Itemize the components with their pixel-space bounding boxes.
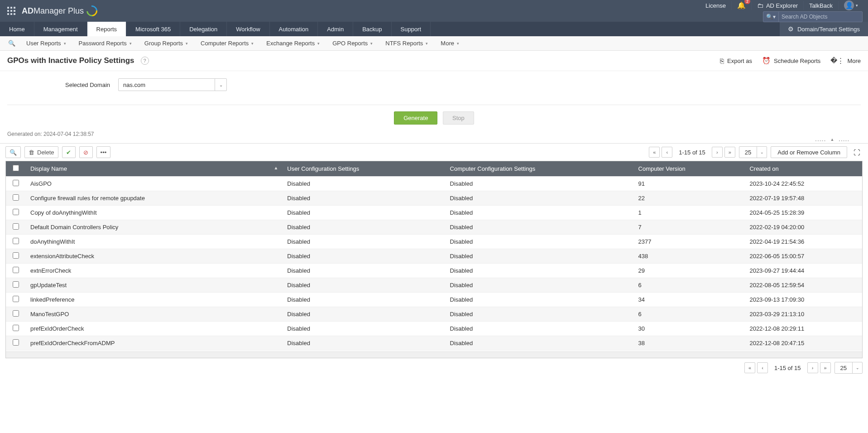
page-prev-button[interactable]: ‹ bbox=[757, 362, 768, 373]
row-checkbox[interactable] bbox=[13, 223, 19, 230]
schedule-reports-button[interactable]: ⏰Schedule Reports bbox=[762, 57, 820, 65]
notifications-button[interactable]: 🔔2 bbox=[731, 1, 751, 10]
row-checkbox[interactable] bbox=[13, 194, 19, 201]
col-user-config[interactable]: User Configuration Settings bbox=[283, 161, 445, 177]
col-display-name[interactable]: Display Name▲ bbox=[26, 161, 283, 177]
page-prev-button[interactable]: ‹ bbox=[662, 147, 672, 158]
subnav-computer-reports[interactable]: Computer Reports▾ bbox=[194, 40, 260, 47]
subnav-search-icon[interactable]: 🔍 bbox=[4, 40, 20, 47]
export-as-button[interactable]: ⎘Export as bbox=[720, 57, 752, 65]
row-checkbox[interactable] bbox=[13, 281, 19, 288]
cell-display-name: linkedPreference bbox=[26, 293, 283, 307]
delete-button[interactable]: 🗑Delete bbox=[24, 146, 58, 158]
subnav-more[interactable]: More▾ bbox=[434, 40, 465, 47]
search-scope-toggle[interactable]: 🔍▾ bbox=[763, 12, 779, 22]
row-checkbox[interactable] bbox=[13, 252, 19, 259]
table-search-button[interactable]: 🔍 bbox=[5, 146, 21, 158]
filter-row: Selected Domain nas.com ⌄ bbox=[0, 71, 868, 95]
table-row[interactable]: prefExIdOrderCheckFromADMPDisabledDisabl… bbox=[6, 336, 862, 351]
row-checkbox[interactable] bbox=[13, 339, 19, 346]
nav-tab-reports[interactable]: Reports bbox=[87, 22, 127, 36]
check-all[interactable] bbox=[13, 165, 19, 171]
nav-tab-support[interactable]: Support bbox=[392, 22, 431, 36]
row-checkbox[interactable] bbox=[13, 310, 19, 317]
subnav-group-reports[interactable]: Group Reports▾ bbox=[138, 40, 194, 47]
page-first-button[interactable]: « bbox=[744, 362, 755, 373]
nav-tab-admin[interactable]: Admin bbox=[318, 22, 353, 36]
user-menu[interactable]: 👤▾ bbox=[838, 1, 863, 10]
table-row[interactable]: Default Domain Controllers PolicyDisable… bbox=[6, 220, 862, 235]
table-row[interactable]: prefExIdOrderCheckDisabledDisabled302022… bbox=[6, 322, 862, 336]
talkback-link[interactable]: TalkBack bbox=[803, 1, 838, 10]
row-checkbox[interactable] bbox=[13, 180, 19, 186]
add-remove-column-button[interactable]: Add or Remove Column bbox=[771, 146, 847, 158]
page-first-button[interactable]: « bbox=[649, 147, 660, 158]
row-checkbox[interactable] bbox=[13, 209, 19, 215]
table-row[interactable]: Copy of doAnythingWithItDisabledDisabled… bbox=[6, 206, 862, 220]
page-size-select[interactable]: 25 ⌄ bbox=[834, 362, 863, 374]
nav-tab-microsoft-365[interactable]: Microsoft 365 bbox=[126, 22, 180, 36]
horizontal-scrollbar[interactable] bbox=[6, 351, 862, 358]
subnav-gpo-reports[interactable]: GPO Reports▾ bbox=[326, 40, 379, 47]
subnav-password-reports[interactable]: Password Reports▾ bbox=[72, 40, 138, 47]
generate-button[interactable]: Generate bbox=[394, 111, 437, 125]
nav-tab-management[interactable]: Management bbox=[34, 22, 87, 36]
cell-comp-version: 2377 bbox=[634, 235, 745, 249]
row-checkbox[interactable] bbox=[13, 296, 19, 302]
col-label: User Configuration Settings bbox=[287, 165, 359, 172]
col-comp-config[interactable]: Computer Configuration Settings bbox=[446, 161, 634, 177]
table-row[interactable]: extnErrorCheckDisabledDisabled292023-09-… bbox=[6, 264, 862, 278]
row-checkbox[interactable] bbox=[13, 325, 19, 331]
topbar-right: License 🔔2 🗀AD Explorer TalkBack 👤▾ bbox=[700, 1, 863, 10]
disable-button[interactable]: ⊘ bbox=[79, 146, 93, 158]
subnav-user-reports[interactable]: User Reports▾ bbox=[20, 40, 72, 47]
page-size-select[interactable]: 25 ⌄ bbox=[739, 146, 767, 158]
row-checkbox[interactable] bbox=[13, 267, 19, 273]
table-row[interactable]: linkedPreferenceDisabledDisabled342023-0… bbox=[6, 293, 862, 307]
stop-button: Stop bbox=[443, 111, 474, 125]
more-options-button[interactable]: ••• bbox=[96, 146, 111, 158]
help-icon[interactable]: ? bbox=[141, 57, 149, 65]
table-row[interactable]: gpUpdateTestDisabledDisabled62022-08-05 … bbox=[6, 278, 862, 293]
nav-tab-delegation[interactable]: Delegation bbox=[180, 22, 227, 36]
cell-display-name: doAnythingWithIt bbox=[26, 235, 283, 249]
table-scroll[interactable]: Display Name▲ User Configuration Setting… bbox=[6, 161, 862, 351]
page-next-button[interactable]: › bbox=[807, 362, 818, 373]
subnav-exchange-reports[interactable]: Exchange Reports▾ bbox=[260, 40, 326, 47]
license-link[interactable]: License bbox=[700, 1, 731, 10]
selected-domain-select[interactable]: nas.com ⌄ bbox=[118, 78, 227, 91]
page-last-button[interactable]: » bbox=[724, 147, 735, 158]
subnav-ntfs-reports[interactable]: NTFS Reports▾ bbox=[379, 40, 434, 47]
resize-handle[interactable]: ▪▪▪▪▪ ▲ ▪▪▪▪▪ bbox=[0, 136, 868, 143]
table-row[interactable]: Configure firewall rules for remote gpup… bbox=[6, 191, 862, 206]
table-row[interactable]: ManoTestGPODisabledDisabled62023-03-29 2… bbox=[6, 307, 862, 322]
table-row[interactable]: doAnythingWithItDisabledDisabled23772022… bbox=[6, 235, 862, 249]
ad-explorer-link[interactable]: 🗀AD Explorer bbox=[751, 1, 803, 10]
row-checkbox[interactable] bbox=[13, 238, 19, 244]
col-created-on[interactable]: Created on bbox=[745, 161, 862, 177]
cell-user-config: Disabled bbox=[283, 177, 445, 191]
row-check-cell bbox=[6, 264, 26, 278]
table-row[interactable]: extensionAttributeCheckDisabledDisabled4… bbox=[6, 249, 862, 264]
search-wrap: 🔍▾ bbox=[763, 11, 863, 22]
nav-tab-backup[interactable]: Backup bbox=[353, 22, 391, 36]
domain-settings-button[interactable]: ⚙Domain/Tenant Settings bbox=[780, 22, 868, 36]
nav-tab-home[interactable]: Home bbox=[0, 22, 34, 36]
fullscreen-button[interactable]: ⛶ bbox=[851, 146, 863, 158]
page-next-button[interactable]: › bbox=[712, 147, 723, 158]
cell-display-name: ManoTestGPO bbox=[26, 307, 283, 322]
cell-comp-config: Disabled bbox=[446, 191, 634, 206]
apps-grid-icon[interactable] bbox=[7, 7, 15, 15]
page-last-button[interactable]: » bbox=[820, 362, 831, 373]
col-comp-version[interactable]: Computer Version bbox=[634, 161, 745, 177]
nav-tab-workflow[interactable]: Workflow bbox=[227, 22, 269, 36]
search-input[interactable] bbox=[779, 14, 862, 20]
enable-button[interactable]: ✔ bbox=[62, 146, 76, 158]
cell-comp-version: 29 bbox=[634, 264, 745, 278]
table-row[interactable]: AisGPODisabledDisabled912023-10-24 22:45… bbox=[6, 177, 862, 191]
cell-display-name: Default Domain Controllers Policy bbox=[26, 220, 283, 235]
brand-mid: Manager bbox=[34, 6, 66, 15]
cell-comp-config: Disabled bbox=[446, 293, 634, 307]
more-actions-button[interactable]: �⋮More bbox=[830, 57, 861, 65]
nav-tab-automation[interactable]: Automation bbox=[270, 22, 318, 36]
